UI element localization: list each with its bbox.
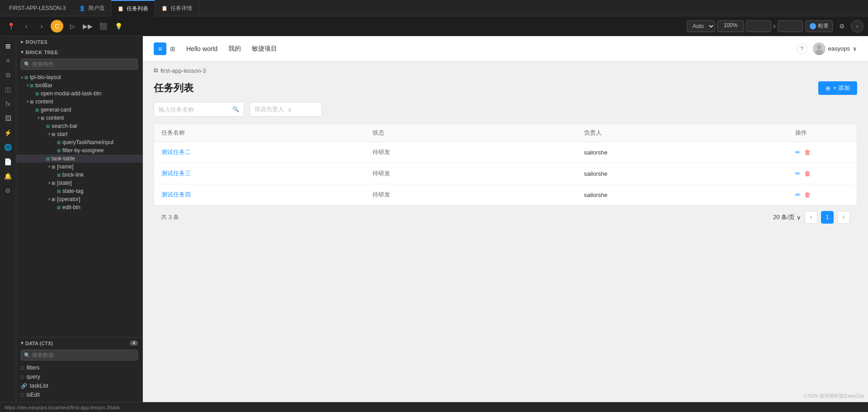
page-size-select[interactable]: 20 条/页 ∨ — [773, 213, 801, 221]
tree-item-search-bar[interactable]: ⊞ search-bar — [16, 122, 142, 130]
active-mode-btn[interactable]: C — [51, 20, 63, 33]
task-status-cell: 待研发 — [373, 148, 584, 156]
fast-forward-btn[interactable]: ▶▶ — [81, 20, 94, 33]
table-row: 测试任务二 待研发 sailorshe ✏ 🗑 — [154, 142, 857, 163]
gear-icon[interactable]: ⚙ — [2, 184, 14, 197]
tree-item-open-modal[interactable]: ⊞ open-modal-add-task-btn — [16, 89, 142, 98]
tree-item-general-card[interactable]: ⊞ general-card — [16, 106, 142, 114]
tree-item-content[interactable]: ▾ ⊞ content — [16, 98, 142, 106]
add-button[interactable]: ⊕ + 添加 — [818, 81, 857, 95]
tree-item-brick-link[interactable]: ⊞ brick-link — [16, 171, 142, 179]
zoom-level: 100% — [717, 20, 744, 32]
bulb-btn[interactable]: 💡 — [112, 20, 125, 33]
page-1-btn[interactable]: 1 — [821, 211, 834, 224]
doc-icon[interactable]: 📄 — [2, 155, 14, 168]
nav-item-我的[interactable]: 我的 — [228, 43, 241, 55]
task-assignee-cell: sailorshe — [584, 192, 795, 198]
table-header: 任务名称状态负责人操作 — [154, 124, 857, 142]
tree-item-filter-by-assignee[interactable]: ⊞ filter-by-assignee — [16, 146, 142, 154]
brick-search-input[interactable] — [21, 59, 138, 70]
tree-item-content2[interactable]: ▾ ⊞ content — [16, 114, 142, 122]
data-search-box: 🔍 — [21, 350, 138, 360]
tab-task-list[interactable]: 📋任务列表 — [111, 0, 155, 16]
assignee-placeholder: 筛选负责人 — [255, 105, 284, 113]
task-link-0[interactable]: 测试任务二 — [161, 149, 191, 155]
th-状态: 状态 — [373, 129, 584, 137]
task-link-2[interactable]: 测试任务四 — [161, 191, 191, 198]
edit-btn-1[interactable]: ✏ — [795, 170, 801, 177]
delete-btn-0[interactable]: 🗑 — [804, 149, 811, 156]
bell-icon[interactable]: 🔔 — [2, 170, 14, 183]
task-assignee-cell: sailorshe — [584, 149, 795, 156]
settings-icon[interactable]: ⚙ — [835, 20, 848, 33]
data-item-filters[interactable]: □filters — [16, 363, 142, 372]
fx-icon[interactable]: fx — [2, 98, 14, 110]
tree-item-name[interactable]: ▾ ⊞ [name] — [16, 163, 142, 171]
height-input[interactable]: 788 — [778, 20, 803, 32]
next-page-btn[interactable]: › — [837, 211, 850, 224]
brick-tree: ▸ ⊞ tpl-bio-layout ▾ ⊞ toolBar ⊞ open-mo… — [16, 71, 142, 337]
help-btn[interactable]: ? — [797, 43, 807, 54]
back-btn[interactable]: ‹ — [20, 20, 33, 33]
location-btn[interactable]: 📍 — [5, 20, 17, 33]
page-title-row: 任务列表 ⊕ + 添加 — [154, 81, 857, 95]
nav-item-敏捷项目[interactable]: 敏捷项目 — [252, 43, 277, 55]
edit-btn-0[interactable]: ✏ — [795, 149, 801, 156]
delete-btn-1[interactable]: 🗑 — [804, 170, 811, 177]
inspect-toggle[interactable]: 检查 — [806, 20, 833, 32]
tree-item-operator[interactable]: ▾ ⊞ [operator] — [16, 195, 142, 203]
task-name-input[interactable] — [159, 106, 229, 113]
tree-item-toolbar[interactable]: ▾ ⊞ toolBar — [16, 81, 142, 89]
tab-task-detail[interactable]: 📋任务详情 — [155, 0, 199, 16]
tree-item-start[interactable]: ▾ ⊞ start — [16, 130, 142, 138]
grid-icon[interactable]: ⊞ — [170, 45, 175, 52]
tree-item-state[interactable]: ▾ ⊞ [state] — [16, 179, 142, 187]
nav-item-Hello world[interactable]: Hello world — [186, 43, 217, 54]
data-ctx-section: ▾ DATA (CTX) 4 🔍 □filters□query🔗taskList… — [16, 337, 142, 402]
user-info[interactable]: easyops ∨ — [813, 42, 857, 55]
task-name-filter: 🔍 — [154, 102, 244, 117]
page-size-value: 20 条/页 — [773, 213, 795, 221]
tree-item-state-tag[interactable]: ⊞ state-tag — [16, 187, 142, 195]
tree-item-edit-btn[interactable]: ⊞ edit-btn — [16, 203, 142, 211]
prev-page-btn[interactable]: ‹ — [805, 211, 817, 224]
data-item-query[interactable]: □query — [16, 372, 142, 381]
play-btn[interactable]: ▷ — [66, 20, 79, 33]
th-任务名称: 任务名称 — [161, 129, 373, 137]
data-ctx-header: ▾ DATA (CTX) 4 — [16, 337, 142, 348]
home-icon[interactable]: ⊞ — [2, 40, 14, 52]
data-item-taskList[interactable]: 🔗taskList — [16, 381, 142, 390]
data-ctx-title[interactable]: ▾ DATA (CTX) — [21, 340, 53, 346]
camera-btn[interactable]: ⬛ — [97, 20, 109, 33]
icon-bar: ⊞ ≡ ⧉ ◫ fx 🖼 ⚡ 🌐 📄 🔔 ⚙ — [0, 36, 16, 402]
tree-item-tpl-bio-layout[interactable]: ▸ ⊞ tpl-bio-layout — [16, 73, 142, 81]
task-link-1[interactable]: 测试任务三 — [161, 170, 191, 177]
edit-btn-2[interactable]: ✏ — [795, 191, 801, 198]
collapse-btn[interactable]: › — [851, 20, 863, 33]
routes-caret: ▸ — [21, 39, 24, 45]
brick-tree-header[interactable]: ▾ BRICK TREE — [21, 49, 138, 55]
routes-icon[interactable]: ≡ — [2, 54, 14, 67]
task-actions-cell: ✏ 🗑 — [795, 170, 849, 177]
forward-btn[interactable]: › — [35, 20, 48, 33]
tab-user-flow[interactable]: 👤用户流 — [73, 0, 111, 16]
assignee-filter[interactable]: 筛选负责人 ∨ — [250, 102, 322, 117]
data-search-input[interactable] — [21, 350, 138, 360]
view-mode-select[interactable]: Auto — [687, 20, 715, 32]
delete-btn-2[interactable]: 🗑 — [804, 191, 811, 198]
globe-icon[interactable]: 🌐 — [2, 141, 14, 154]
tree-item-task-table[interactable]: ⊞ task-table — [16, 154, 142, 163]
add-icon: ⊕ — [826, 85, 830, 92]
tree-item-queryTaskNameInput[interactable]: ⊞ queryTaskNameInput — [16, 138, 142, 146]
routes-header[interactable]: ▸ ROUTES — [21, 39, 138, 45]
components-icon[interactable]: ◫ — [2, 83, 14, 96]
lightning-icon[interactable]: ⚡ — [2, 126, 14, 139]
image-icon[interactable]: 🖼 — [2, 112, 14, 125]
data-ctx-caret: ▾ — [21, 340, 24, 346]
width-input[interactable]: 1483 — [746, 20, 771, 32]
filter-bar: 🔍 筛选负责人 ∨ — [154, 102, 857, 117]
main-layout: ⊞ ≡ ⧉ ◫ fx 🖼 ⚡ 🌐 📄 🔔 ⚙ ▸ ROUTES ▾ BRICK … — [0, 36, 868, 402]
data-item-isEdit[interactable]: □isEdit — [16, 390, 142, 399]
page-size-arrow: ∨ — [797, 214, 801, 221]
layers-icon[interactable]: ⧉ — [2, 69, 14, 81]
